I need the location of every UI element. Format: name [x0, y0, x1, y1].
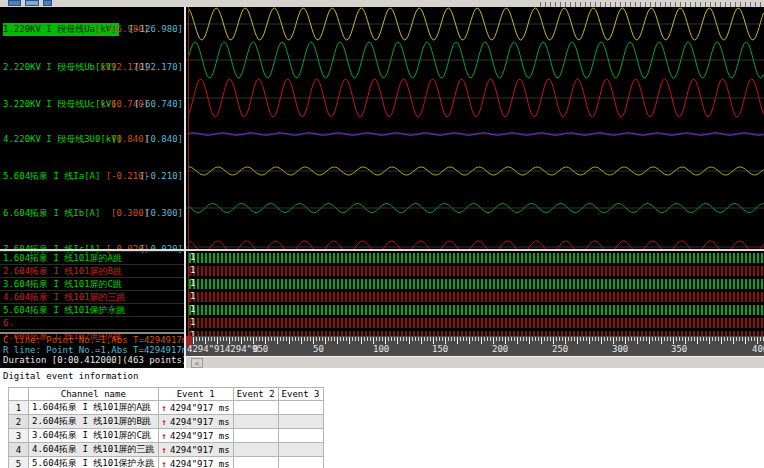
- analog-channel-row[interactable]: 5.604拓泉 I 线Ia[A][-0.210][-0.210]: [0, 170, 184, 183]
- column-header: Event 1: [158, 388, 233, 401]
- event3-cell: [278, 415, 323, 429]
- row-number: 4: [9, 443, 29, 457]
- channel-name-cell: 2.604拓泉 I 线101屏的B跳: [29, 415, 159, 429]
- event3-cell: [278, 457, 323, 468]
- column-header: Channel name: [29, 388, 159, 401]
- axis-tick-label: 50: [313, 344, 324, 354]
- row-number: 3: [9, 429, 29, 443]
- column-header: Event 3: [278, 388, 323, 401]
- digital-state-value: 1: [190, 304, 195, 315]
- digital-trace-bar: 1: [189, 292, 764, 302]
- analog-channel-row[interactable]: 1.220KV I 段母线Ua[kV][-126.980][-126.980]: [0, 23, 184, 36]
- digital-state-value: 1: [190, 265, 195, 276]
- axis-tick-label: 150: [432, 344, 448, 354]
- axis-tick-label: 200: [492, 344, 508, 354]
- reference-value: [192.170]: [134, 61, 183, 74]
- toolbar-button-icon[interactable]: [25, 0, 39, 6]
- axis-tick-label: 350: [671, 344, 687, 354]
- event-time: 4294"917 ms: [170, 445, 230, 455]
- toolbar-button-icon[interactable]: [43, 0, 52, 6]
- digital-state-value: 1: [190, 317, 195, 328]
- analog-channel-label[interactable]: 5.604拓泉 I 线Ia[A]: [3, 170, 100, 183]
- event-table-row[interactable]: 33.604拓泉 I 线101屏的C跳↑4294"917 ms: [9, 429, 324, 443]
- rising-edge-icon: ↑: [162, 417, 167, 427]
- event-table-row[interactable]: 22.604拓泉 I 线101屏的B跳↑4294"917 ms: [9, 415, 324, 429]
- axis-tick-label: 300: [612, 344, 628, 354]
- digital-trace-bar: 1: [189, 253, 764, 263]
- channel-name-cell: 1.604拓泉 I 线101屏的A跳: [29, 401, 159, 415]
- digital-channel-label[interactable]: 6.: [0, 316, 184, 328]
- axis-tick-label: 250: [552, 344, 568, 354]
- rising-edge-icon: ↑: [162, 445, 167, 455]
- cursor-r-status: R line: Point No.=1,Abs T=4294917ms, Rel…: [3, 345, 184, 355]
- digital-trace-bar: 1: [189, 318, 764, 328]
- digital-event-panel: Digital event information Channel nameEv…: [0, 368, 764, 468]
- rising-edge-icon: ↑: [162, 403, 167, 413]
- digital-channel-label[interactable]: 4.604拓泉 I 线101屏的三跳: [0, 290, 184, 302]
- analog-digital-separator: [0, 249, 764, 251]
- event1-cell: ↑4294"917 ms: [158, 415, 233, 429]
- analog-channel-row[interactable]: 3.220KV I 段母线Uc[kV][-60.740][-60.740]: [0, 98, 184, 111]
- event-table-row[interactable]: 44.604拓泉 I 线101屏的三跳↑4294"917 ms: [9, 443, 324, 457]
- digital-channel-label[interactable]: 3.604拓泉 I 线101屏的C跳: [0, 277, 184, 289]
- event-table-row[interactable]: 55.604拓泉 I 线101保护永跳↑4294"917 ms: [9, 457, 324, 468]
- analog-channel-row[interactable]: 6.604拓泉 I 线Ib[A][0.300][0.300]: [0, 207, 184, 220]
- cursor-value: [0.300]: [111, 207, 149, 220]
- event2-cell: [233, 457, 278, 468]
- analog-channel-row[interactable]: 2.220KV I 段母线Ub[kV][192.170][192.170]: [0, 61, 184, 74]
- cursor-value: [0.840]: [111, 133, 149, 146]
- digital-trace-bar: 1: [189, 266, 764, 276]
- event-time: 4294"917 ms: [170, 431, 230, 441]
- digital-trace-bar: 1: [189, 279, 764, 289]
- column-header: Event 2: [233, 388, 278, 401]
- table-header-row: Channel nameEvent 1Event 2Event 3: [9, 388, 324, 401]
- event-time: 4294"917 ms: [170, 403, 230, 413]
- event-table-row[interactable]: 11.604拓泉 I 线101屏的A跳↑4294"917 ms: [9, 401, 324, 415]
- event2-cell: [233, 429, 278, 443]
- analog-channel-row[interactable]: 4.220KV I 段母线3U0[kV][0.840][0.840]: [0, 133, 184, 146]
- event1-cell: ↑4294"917 ms: [158, 443, 233, 457]
- event3-cell: [278, 401, 323, 415]
- reference-value: [0.840]: [145, 133, 183, 146]
- scroll-left-button[interactable]: <: [191, 358, 203, 368]
- event2-cell: [233, 415, 278, 429]
- cursor-line[interactable]: [188, 7, 189, 336]
- reference-value: [-126.980]: [129, 23, 183, 36]
- axis-tick-label: 100: [373, 344, 389, 354]
- channel-name-cell: 5.604拓泉 I 线101保护永跳: [29, 457, 159, 468]
- oscillograph-window: 1.220KV I 段母线Ua[kV][-126.980][-126.980]2…: [0, 0, 764, 468]
- status-separator: [0, 332, 184, 334]
- analog-channel-label[interactable]: 4.220KV I 段母线3U0[kV]: [3, 133, 122, 146]
- event-time: 4294"917 ms: [170, 459, 230, 468]
- event-time: 4294"917 ms: [170, 417, 230, 427]
- row-number: 2: [9, 415, 29, 429]
- event3-cell: [278, 429, 323, 443]
- event1-cell: ↑4294"917 ms: [158, 457, 233, 468]
- toolbar-remnant: [0, 0, 764, 7]
- cursor-c-status: C line: Point No.=1,Abs T=4294917ms, Rel…: [3, 335, 184, 345]
- event1-cell: ↑4294"917 ms: [158, 401, 233, 415]
- digital-channel-label[interactable]: 5.604拓泉 I 线101保护永跳: [0, 303, 184, 315]
- channel-name-cell: 3.604拓泉 I 线101屏的C跳: [29, 429, 159, 443]
- waveform-panel[interactable]: 1111111: [186, 7, 764, 336]
- row-number: 5: [9, 457, 29, 468]
- digital-channel-label[interactable]: 2.604拓泉 I 线101屏的B跳: [0, 264, 184, 276]
- toolbar-button-icon[interactable]: [8, 0, 21, 6]
- analog-waveforms: [186, 7, 764, 250]
- row-number: 1: [9, 401, 29, 415]
- rising-edge-icon: ↑: [162, 431, 167, 441]
- digital-channel-label[interactable]: 1.604拓泉 I 线101屏的A跳: [0, 251, 184, 263]
- channel-list-panel: 1.220KV I 段母线Ua[kV][-126.980][-126.980]2…: [0, 7, 184, 368]
- event2-cell: [233, 401, 278, 415]
- digital-event-table[interactable]: Channel nameEvent 1Event 2Event 311.604拓…: [8, 387, 324, 468]
- axis-major-ticks: [193, 337, 764, 344]
- axis-tick-label: 0: [253, 344, 258, 354]
- axis-tick-label: 400: [752, 344, 764, 354]
- digital-state-value: 1: [190, 291, 195, 302]
- column-header: [9, 388, 29, 401]
- analog-channel-label[interactable]: 6.604拓泉 I 线Ib[A]: [3, 207, 100, 220]
- rising-edge-icon: ↑: [162, 459, 167, 468]
- reference-value: [-0.210]: [140, 170, 183, 183]
- panel-divider[interactable]: [184, 7, 186, 356]
- reference-value: [0.300]: [145, 207, 183, 220]
